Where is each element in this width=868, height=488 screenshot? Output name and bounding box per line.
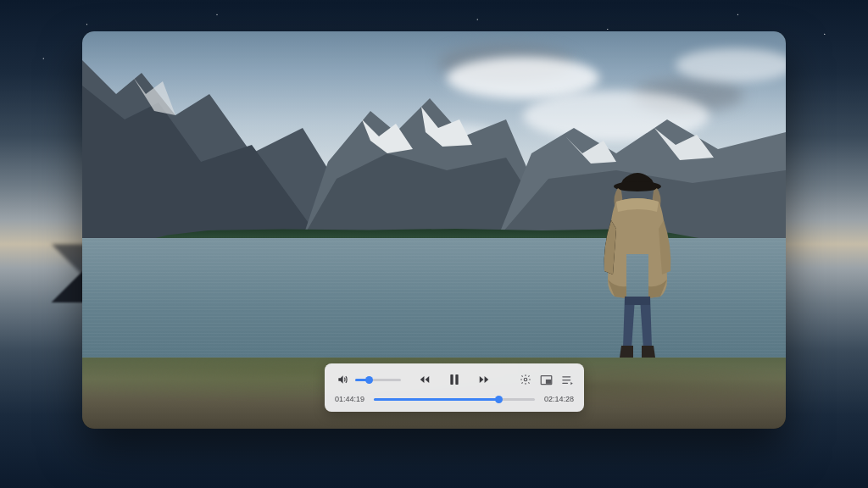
volume-slider[interactable] [355, 379, 401, 381]
svg-rect-1 [450, 374, 453, 385]
svg-rect-5 [547, 380, 551, 383]
video-player-window[interactable]: 01:44:19 02:14:28 [82, 31, 786, 429]
scene-person [582, 169, 693, 373]
player-controls: 01:44:19 02:14:28 [325, 363, 584, 412]
rewind-button[interactable] [417, 372, 432, 387]
progress-bar[interactable] [374, 398, 535, 401]
svg-point-0 [614, 181, 661, 191]
pip-button[interactable] [540, 374, 553, 386]
pause-button[interactable] [446, 371, 463, 388]
settings-button[interactable] [519, 374, 531, 386]
svg-point-3 [524, 378, 527, 381]
total-time: 02:14:28 [542, 395, 574, 403]
elapsed-time: 01:44:19 [335, 395, 367, 403]
forward-button[interactable] [476, 372, 492, 387]
volume-icon[interactable] [335, 372, 350, 387]
playlist-button[interactable] [561, 374, 574, 386]
svg-rect-2 [455, 374, 458, 385]
